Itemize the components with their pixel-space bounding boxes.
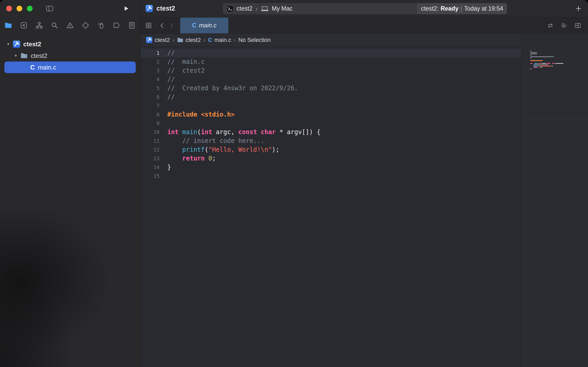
source-control-navigator-button[interactable] xyxy=(19,21,28,30)
minimap-lines xyxy=(530,51,583,71)
toolbar: ctest2 ctest2 My Mac ctest2: Ready | Tod… xyxy=(140,0,588,17)
jumpbar-item-0[interactable]: ctest2 xyxy=(146,37,170,43)
line-text: // insert code here... xyxy=(167,137,265,144)
code-line-2[interactable]: 2// main.c xyxy=(140,57,521,66)
code-line-12[interactable]: 12 printf("Hello, World!\n"); xyxy=(140,145,521,154)
project-navigator-button[interactable] xyxy=(4,21,13,30)
project-navigator-tree: ctest2ctest2Cmain.c xyxy=(0,33,140,73)
line-number: 7 xyxy=(140,103,163,109)
breadcrumb-separator-icon xyxy=(234,36,236,44)
jumpbar-item-1[interactable]: ctest2 xyxy=(177,37,201,43)
go-forward-icon[interactable] xyxy=(169,22,174,29)
tree-item-ctest2[interactable]: ctest2 xyxy=(4,38,136,50)
line-number: 5 xyxy=(140,85,163,91)
code-line-8[interactable]: 8#include <stdio.h> xyxy=(140,110,521,119)
report-navigator-button[interactable] xyxy=(127,21,137,30)
chevron-separator-icon xyxy=(255,5,258,12)
toggle-sidebar-icon[interactable] xyxy=(46,4,54,13)
line-text: printf("Hello, World!\n"); xyxy=(167,146,280,153)
tab-overview-icon[interactable] xyxy=(145,22,152,29)
tree-item-ctest2[interactable]: ctest2 xyxy=(4,50,136,62)
line-text: // Created by 4nsw3r on 2022/9/26. xyxy=(167,85,298,92)
code-line-14[interactable]: 14} xyxy=(140,163,521,172)
tree-item-label: ctest2 xyxy=(31,52,47,59)
close-window-button[interactable] xyxy=(6,6,12,11)
code-lines: 1//2// main.c3// ctest24//5// Created by… xyxy=(140,47,521,180)
code-line-5[interactable]: 5// Created by 4nsw3r on 2022/9/26. xyxy=(140,84,521,93)
code-line-4[interactable]: 4// xyxy=(140,75,521,84)
add-editor-icon[interactable] xyxy=(574,22,581,29)
issue-navigator-button[interactable] xyxy=(65,21,75,30)
line-number: 6 xyxy=(140,94,163,100)
debug-navigator-button[interactable] xyxy=(96,21,106,30)
zoom-window-button[interactable] xyxy=(27,6,33,11)
line-text: #include <stdio.h> xyxy=(167,111,235,118)
jumpbar-label: ctest2 xyxy=(155,37,170,43)
line-number: 3 xyxy=(140,67,163,74)
code-line-6[interactable]: 6// xyxy=(140,93,521,101)
line-number: 8 xyxy=(140,111,163,118)
line-number: 12 xyxy=(140,147,163,153)
run-destination[interactable]: My Mac xyxy=(272,5,293,12)
code-line-1[interactable]: 1// xyxy=(140,49,521,57)
xcode-window: ctest2ctest2Cmain.c ctest2 ctest2 My Mac… xyxy=(0,0,588,367)
symbol-navigator-button[interactable] xyxy=(35,21,44,30)
line-number: 13 xyxy=(140,155,163,162)
breadcrumb-separator-icon xyxy=(172,36,175,44)
tree-item-label: ctest2 xyxy=(23,41,41,48)
navigator-sidebar: ctest2ctest2Cmain.c xyxy=(0,0,140,367)
toolbar-divider xyxy=(156,22,156,29)
line-number: 9 xyxy=(140,120,163,126)
code-line-10[interactable]: 10int main(int argc, const char * argv[]… xyxy=(140,128,521,136)
add-tab-button[interactable] xyxy=(575,5,582,12)
breakpoint-navigator-button[interactable] xyxy=(112,21,121,30)
jumpbar-label: No Selection xyxy=(238,37,271,43)
line-text: // xyxy=(167,93,175,101)
test-navigator-button[interactable] xyxy=(81,21,90,30)
line-number: 4 xyxy=(140,76,163,82)
scheme-name[interactable]: ctest2 xyxy=(237,5,252,12)
minimap-viewport-edge xyxy=(522,119,588,119)
line-text: // xyxy=(167,76,175,83)
jumpbar-item-2[interactable]: Cmain.c xyxy=(208,37,231,43)
code-line-15[interactable]: 15 xyxy=(140,172,521,180)
editor-options-icon[interactable] xyxy=(561,22,568,29)
minimize-window-button[interactable] xyxy=(17,6,22,11)
xcode-project-icon xyxy=(146,5,153,12)
disclosure-chevron-icon[interactable] xyxy=(13,53,18,58)
line-text: } xyxy=(167,164,171,171)
line-number: 10 xyxy=(140,129,163,135)
find-navigator-button[interactable] xyxy=(50,21,59,30)
editor-pane: ctest2 ctest2 My Mac ctest2: Ready | Tod… xyxy=(140,0,588,367)
tree-item-label: main.c xyxy=(38,64,56,71)
folder-icon xyxy=(20,53,28,59)
source-editor[interactable]: 1//2// main.c3// ctest24//5// Created by… xyxy=(140,47,521,367)
line-text: int main(int argc, const char * argv[]) … xyxy=(167,128,320,136)
window-controls xyxy=(6,6,33,11)
tree-item-main-c[interactable]: Cmain.c xyxy=(4,62,136,73)
scheme-selector[interactable]: ctest2 My Mac xyxy=(223,3,417,14)
activity-status[interactable]: ctest2: Ready | Today at 19:54 xyxy=(417,3,507,14)
disclosure-chevron-icon[interactable] xyxy=(6,41,11,47)
code-line-7[interactable]: 7 xyxy=(140,101,521,110)
minimap[interactable] xyxy=(521,34,588,367)
line-number: 1 xyxy=(140,50,163,56)
jumpbar-label: ctest2 xyxy=(186,37,201,43)
code-line-13[interactable]: 13 return 0; xyxy=(140,154,521,163)
code-review-icon[interactable] xyxy=(547,22,554,29)
tab-main-c[interactable]: C main.c xyxy=(180,18,228,33)
sidebar-divider[interactable] xyxy=(140,0,140,367)
tab-bar: C main.c xyxy=(140,17,588,34)
run-button[interactable] xyxy=(122,5,130,12)
go-back-icon[interactable] xyxy=(160,22,165,29)
jumpbar-label: main.c xyxy=(214,37,231,43)
code-line-11[interactable]: 11 // insert code here... xyxy=(140,136,521,145)
jumpbar-item-3[interactable]: No Selection xyxy=(238,37,271,43)
status-state: Ready xyxy=(441,5,458,12)
line-text: // xyxy=(167,49,175,57)
sidebar-titlebar xyxy=(0,0,140,17)
code-line-9[interactable]: 9 xyxy=(140,119,521,128)
activity-bar: ctest2 My Mac ctest2: Ready | Today at 1… xyxy=(223,3,507,14)
code-line-3[interactable]: 3// ctest2 xyxy=(140,66,521,75)
line-number: 2 xyxy=(140,59,163,65)
